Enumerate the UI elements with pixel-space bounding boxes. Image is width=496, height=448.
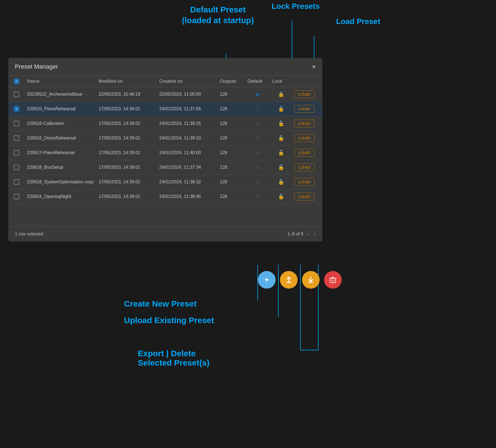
default-star-3[interactable]: ☆ [247, 120, 268, 127]
row-checkbox-5[interactable] [14, 150, 19, 155]
row-created-8: 24/01/2024, 11:38:45 [157, 194, 218, 199]
export-preset-button[interactable] [302, 271, 320, 289]
lock-icon-5[interactable]: 🔓 [272, 150, 290, 156]
load-button-6[interactable]: LOAD [294, 163, 315, 171]
default-star-7[interactable]: ☆ [247, 179, 268, 185]
table-row: 220610_PianoRehearsal 17/05/2023, 14:39:… [8, 102, 322, 116]
lock-icon-8[interactable]: 🔓 [272, 194, 290, 200]
row-modified-5: 17/05/2023, 14:39:01 [96, 150, 157, 155]
col-header-lock: Lock [270, 79, 292, 84]
table-row: 220618_SystemOptimisation copy 17/05/202… [8, 175, 322, 189]
load-button-3[interactable]: LOAD [294, 120, 315, 127]
table-row: 220616-Calibration 17/05/2023, 14:39:01 … [8, 116, 322, 131]
col-header-name: Name [25, 79, 96, 84]
svg-rect-10 [330, 278, 336, 283]
col-header-created: Created on [157, 79, 218, 84]
next-page-button[interactable]: › [314, 231, 316, 237]
row-modified-3: 17/05/2023, 14:39:01 [96, 121, 157, 126]
col-header-modified: Modified on [96, 79, 157, 84]
export-delete-annotation: Export | DeleteSelected Preset(s) [138, 349, 209, 367]
row-name-2: 220610_PianoRehearsal [25, 106, 96, 111]
svg-rect-9 [308, 282, 313, 283]
lock-icon-4[interactable]: 🔓 [272, 135, 290, 141]
load-button-1[interactable]: LOAD [294, 90, 315, 98]
default-star-6[interactable]: ☆ [247, 164, 268, 171]
table-row: 220616_DressRehearsal 17/05/2023, 14:39:… [8, 131, 322, 146]
upload-preset-button[interactable] [280, 271, 298, 289]
row-created-2: 24/01/2024, 11:37:56 [157, 106, 218, 111]
row-checkbox-6[interactable] [14, 165, 19, 170]
row-outputs-2: 128 [218, 106, 245, 111]
row-created-6: 24/01/2024, 11:37:34 [157, 165, 218, 170]
table-row: 220624_OpeningNight 17/05/2023, 14:39:01… [8, 189, 322, 204]
row-name-6: 220618_BusSetup [25, 165, 96, 170]
upload-annotation: Upload Existing Preset [124, 316, 214, 325]
row-outputs-1: 128 [218, 92, 245, 97]
default-preset-annotation: Default Preset(loaded at startup) [182, 4, 254, 26]
load-button-4[interactable]: LOAD [294, 134, 315, 142]
row-created-3: 24/01/2024, 11:39:25 [157, 121, 218, 126]
row-outputs-8: 128 [218, 194, 245, 199]
row-name-1: 20230522_ArchevecheBase [25, 92, 96, 97]
row-name-7: 220618_SystemOptimisation copy [25, 179, 96, 184]
row-created-4: 24/01/2024, 11:39:10 [157, 136, 218, 141]
col-header-outputs: Outputs [218, 79, 245, 84]
row-modified-8: 17/05/2023, 14:39:01 [96, 194, 157, 199]
row-created-1: 22/05/2023, 11:05:00 [157, 92, 218, 97]
col-header-default: Default [245, 79, 270, 84]
row-checkbox-3[interactable] [14, 121, 19, 126]
row-modified-1: 22/05/2023, 15:46:19 [96, 92, 157, 97]
lock-icon-3[interactable]: 🔓 [272, 120, 290, 127]
row-checkbox-7[interactable] [14, 179, 19, 185]
row-created-7: 24/01/2024, 11:38:32 [157, 179, 218, 184]
row-created-5: 24/01/2024, 11:40:00 [157, 150, 218, 155]
lock-icon-1[interactable]: 🔒 [272, 91, 290, 97]
row-modified-2: 17/05/2023, 14:39:01 [96, 106, 157, 111]
create-preset-button[interactable]: + [258, 271, 276, 289]
action-buttons-group: + [258, 272, 342, 288]
select-all-checkbox[interactable] [14, 79, 19, 84]
delete-preset-button[interactable] [324, 271, 342, 289]
row-name-4: 220616_DressRehearsal [25, 136, 96, 141]
row-checkbox-8[interactable] [14, 194, 19, 199]
row-checkbox-2[interactable] [14, 106, 19, 112]
row-name-3: 220616-Calibration [25, 121, 96, 126]
row-name-5: 220617-PianoRehearsal [25, 150, 96, 155]
selected-count: 1 row selected [15, 232, 43, 237]
row-checkbox-4[interactable] [14, 135, 19, 141]
load-button-2[interactable]: LOAD [294, 105, 315, 113]
lock-icon-2[interactable]: 🔓 [272, 106, 290, 112]
preset-manager-dialog: Preset Manager × Name Modified on Create… [8, 58, 322, 242]
row-name-8: 220624_OpeningNight [25, 194, 96, 199]
dialog-header: Preset Manager × [8, 58, 322, 76]
table-header-row: Name Modified on Created on Outputs Defa… [8, 76, 322, 87]
svg-rect-8 [286, 282, 291, 283]
lock-icon-6[interactable]: 🔓 [272, 164, 290, 170]
load-button-5[interactable]: LOAD [294, 149, 315, 157]
default-star-1[interactable]: ★ [247, 91, 268, 98]
row-checkbox-1[interactable] [14, 92, 19, 97]
row-modified-7: 17/05/2023, 14:39:01 [96, 179, 157, 184]
load-preset-annotation: Load Preset [336, 17, 380, 26]
table-footer: 1 row selected 1–8 of 8 ‹ › [8, 226, 322, 242]
pagination-area: 1–8 of 8 ‹ › [287, 231, 316, 237]
default-star-8[interactable]: ☆ [247, 193, 268, 200]
close-button[interactable]: × [312, 63, 316, 71]
row-outputs-6: 128 [218, 165, 245, 170]
default-star-2[interactable]: ☆ [247, 106, 268, 112]
row-outputs-4: 128 [218, 136, 245, 141]
load-button-8[interactable]: LOAD [294, 193, 315, 200]
pagination-label: 1–8 of 8 [287, 232, 303, 237]
load-button-7[interactable]: LOAD [294, 178, 315, 186]
row-outputs-3: 128 [218, 121, 245, 126]
default-star-5[interactable]: ☆ [247, 149, 268, 156]
row-modified-6: 17/05/2023, 14:39:01 [96, 165, 157, 170]
lock-presets-annotation: Lock Presets [272, 1, 320, 11]
row-modified-4: 17/05/2023, 14:39:01 [96, 136, 157, 141]
lock-icon-7[interactable]: 🔓 [272, 179, 290, 185]
prev-page-button[interactable]: ‹ [308, 231, 310, 237]
table-row: 220617-PianoRehearsal 17/05/2023, 14:39:… [8, 146, 322, 160]
default-star-4[interactable]: ☆ [247, 135, 268, 141]
table-row: 20230522_ArchevecheBase 22/05/2023, 15:4… [8, 87, 322, 102]
dialog-title: Preset Manager [15, 63, 58, 70]
